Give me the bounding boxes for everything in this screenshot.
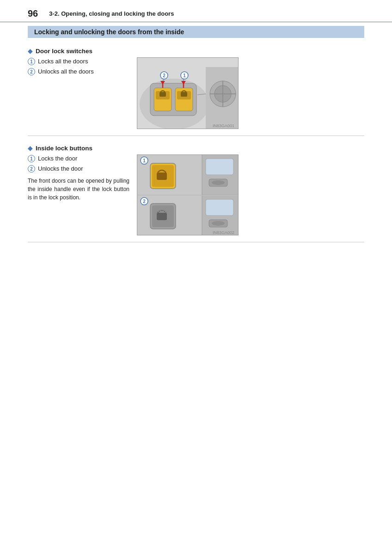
list-item-text-2: Unlocks all the doors xyxy=(38,68,94,76)
svg-rect-35 xyxy=(206,159,233,175)
two-col-door-lock: 1 Locks all the doors 2 Unlocks all the … xyxy=(28,57,364,136)
circle-num-1: 1 xyxy=(28,58,35,65)
circle-num-4: 2 xyxy=(28,165,35,173)
list-col-door-lock: 1 Locks all the doors 2 Unlocks all the … xyxy=(28,57,129,78)
page-number: 96 xyxy=(28,8,38,19)
list-item-unlock: 2 Unlocks the door xyxy=(28,165,129,173)
subsection-door-lock-switches: ◆ Door lock switches 1 Locks all the doo… xyxy=(28,47,364,136)
list-item-text-1: Locks all the doors xyxy=(38,57,88,66)
svg-text:1: 1 xyxy=(143,158,146,163)
diamond-icon: ◆ xyxy=(28,47,33,55)
svg-text:2: 2 xyxy=(143,199,146,204)
svg-text:1: 1 xyxy=(183,73,186,78)
svg-text:IN83GA002: IN83GA002 xyxy=(213,230,234,235)
list-col-inside-lock: 1 Locks the door 2 Unlocks the door The … xyxy=(28,154,129,202)
diamond-icon-2: ◆ xyxy=(28,144,33,152)
chapter-title: 3-2. Opening, closing and locking the do… xyxy=(49,10,174,17)
subsection-title-2: Inside lock buttons xyxy=(36,145,92,152)
svg-text:IN83GA001: IN83GA001 xyxy=(213,123,234,128)
svg-rect-8 xyxy=(181,92,187,97)
page-wrapper: 96 3-2. Opening, closing and locking the… xyxy=(0,0,392,555)
svg-point-50 xyxy=(212,221,225,226)
svg-rect-43 xyxy=(157,213,167,220)
circle-num-2: 2 xyxy=(28,68,35,75)
list-item-text-4: Unlocks the door xyxy=(38,165,83,173)
circle-num-3: 1 xyxy=(28,155,35,162)
subsection-inside-lock-buttons: ◆ Inside lock buttons 1 Locks the door 2… xyxy=(28,144,364,242)
note-text: The front doors can be opened by pulling… xyxy=(28,177,129,202)
image-col-inside-lock: 1 xyxy=(137,154,364,235)
list-item-lock: 1 Locks the door xyxy=(28,154,129,163)
page-header: 96 3-2. Opening, closing and locking the… xyxy=(0,0,392,22)
list-item: 2 Unlocks all the doors xyxy=(28,68,129,76)
door-lock-illustration: 1 2 xyxy=(137,57,239,129)
subsection-title: Door lock switches xyxy=(36,48,92,55)
svg-rect-5 xyxy=(159,92,166,97)
two-col-inside-lock: 1 Locks the door 2 Unlocks the door The … xyxy=(28,154,364,242)
svg-text:2: 2 xyxy=(163,73,165,78)
content-area: ◆ Door lock switches 1 Locks all the doo… xyxy=(0,38,392,255)
subsection-title-row: ◆ Door lock switches xyxy=(28,47,364,55)
inside-lock-illustration: 1 xyxy=(137,154,239,235)
list-item-text-3: Locks the door xyxy=(38,154,77,163)
subsection-title-row-2: ◆ Inside lock buttons xyxy=(28,144,364,152)
svg-point-37 xyxy=(212,180,225,185)
svg-rect-48 xyxy=(206,199,233,216)
list-item: 1 Locks all the doors xyxy=(28,57,129,66)
section-header: Locking and unlocking the doors from the… xyxy=(28,26,364,38)
section-title: Locking and unlocking the doors from the… xyxy=(34,28,184,36)
image-col-door-lock: 1 2 xyxy=(137,57,364,129)
svg-rect-30 xyxy=(157,173,167,180)
